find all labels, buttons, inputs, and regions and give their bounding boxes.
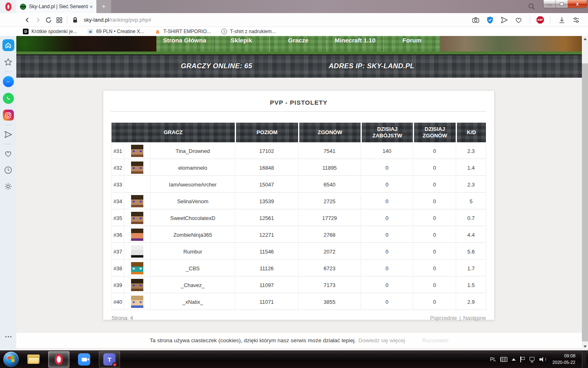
tray-expand-icon[interactable] — [512, 358, 516, 361]
teams-icon: T — [103, 353, 116, 366]
sidebar-divider — [4, 125, 12, 125]
toolbar-divider — [550, 16, 550, 24]
search-icon[interactable] — [528, 2, 536, 11]
scroll-down-icon[interactable] — [582, 343, 588, 350]
bookmark-item[interactable]: A T-shirt z nadrukiem... — [221, 29, 276, 34]
protection-shield-icon[interactable] — [485, 15, 495, 25]
instagram-icon[interactable] — [3, 110, 14, 121]
nav-item-sklepik[interactable]: Sklepik — [213, 36, 270, 52]
scrollbar-thumb[interactable] — [582, 63, 588, 341]
messenger-icon[interactable] — [3, 76, 14, 87]
pagination-separator: | — [459, 315, 461, 321]
reload-icon[interactable] — [43, 15, 54, 25]
whatsapp-icon[interactable] — [3, 93, 14, 104]
bookmarks-bar: D Krótkie spodenki je... ≋ 69 PLN • Crea… — [0, 27, 588, 36]
action-center-flag-icon[interactable] — [520, 357, 525, 362]
cookie-accept-button[interactable]: Rozumiem — [422, 337, 449, 343]
player-zgonow: 2072 — [298, 244, 361, 260]
speed-dial-icon[interactable] — [54, 15, 65, 25]
player-dzisiaj-zabojstw: 0 — [361, 227, 413, 243]
table-row: #34SelinaVenom135392725005 — [111, 193, 486, 209]
snapshot-camera-icon[interactable] — [470, 15, 481, 25]
player-name: SweetChocolatexD — [151, 210, 235, 226]
adblock-abp-icon[interactable]: ABP — [537, 16, 544, 24]
cookie-learn-more-link[interactable]: Dowiedz się więcej — [359, 337, 405, 343]
bookmarks-star-icon[interactable] — [3, 57, 13, 67]
minimize-button[interactable] — [543, 0, 556, 8]
keyboard-icon[interactable] — [500, 357, 508, 362]
player-avatar-image — [131, 279, 143, 291]
header-gracz: GRACZ — [111, 123, 235, 142]
taskbar-zoom-button[interactable] — [74, 351, 95, 368]
taskbar-opera-button[interactable] — [48, 351, 69, 368]
downloads-icon[interactable] — [557, 15, 567, 25]
player-avatar-image — [131, 145, 143, 157]
nav-item-minecraft[interactable]: Minecraft 1.10 — [327, 36, 383, 52]
opera-menu-button[interactable] — [0, 0, 16, 13]
taskbar-teams-button[interactable]: T — [99, 351, 120, 368]
site-banner: Strona Główna Sklepik Gracze Minecraft 1… — [16, 36, 582, 54]
player-dzisiaj-zabojstw: 0 — [361, 210, 413, 226]
player-zgonow: 2725 — [298, 193, 361, 209]
settings-gear-icon[interactable] — [3, 181, 13, 192]
forward-icon[interactable] — [33, 15, 43, 25]
ranking-rows: #31Tina_Drowned17102754114002.3#32elomam… — [111, 143, 486, 310]
bookmark-item[interactable]: a T-SHIRT EMPORIO... — [155, 29, 211, 34]
page-scrollbar[interactable] — [582, 36, 588, 350]
player-kd: 2.3 — [456, 143, 486, 159]
player-kd: 0.7 — [456, 210, 486, 226]
lock-icon[interactable] — [70, 15, 80, 25]
header-kd: K/D — [457, 123, 486, 142]
maximize-button[interactable] — [556, 0, 568, 8]
player-poziom: 13539 — [235, 193, 298, 209]
back-icon[interactable] — [22, 15, 33, 25]
bookmark-heart-icon[interactable] — [513, 15, 524, 25]
show-desktop-button[interactable] — [582, 351, 586, 368]
history-clock-icon[interactable] — [3, 165, 13, 175]
speed-dial-home-icon[interactable] — [2, 39, 14, 51]
close-button[interactable]: x — [568, 0, 587, 8]
scroll-up-icon[interactable] — [582, 36, 588, 42]
system-tray: PL 09:08 2020-05-22 — [490, 351, 588, 368]
table-row: #37Rumbur115462072005.6 — [111, 244, 486, 260]
player-avatar-image — [131, 195, 143, 207]
player-kd: 5 — [456, 193, 486, 209]
bookmark-label: T-shirt z nadrukiem... — [230, 29, 276, 34]
pagination-prev-link[interactable]: Poprzednie — [430, 315, 457, 321]
address-bar[interactable]: sky-land.pl/ranking/pvp.php# — [84, 17, 151, 23]
easy-setup-sliders-icon[interactable] — [571, 15, 581, 25]
browser-titlebar: Sky-Land.pl | Sieć Serwerów × + x — [0, 0, 588, 13]
pagination-next-link[interactable]: Następne — [463, 315, 486, 321]
browser-tab[interactable]: Sky-Land.pl | Sieć Serwerów × — [16, 0, 96, 13]
nav-item-gracze[interactable]: Gracze — [270, 36, 326, 52]
table-row: #38_CBS111266723001.7 — [111, 260, 486, 276]
tab-title: Sky-Land.pl | Sieć Serwerów — [29, 4, 88, 9]
windows-logo-icon — [8, 356, 15, 363]
player-rank: #33 — [112, 177, 124, 193]
sidebar-more-icon[interactable] — [0, 336, 16, 337]
network-icon[interactable] — [529, 357, 535, 362]
favorites-heart-icon[interactable] — [3, 148, 13, 159]
player-rank: #32 — [112, 160, 124, 176]
start-button[interactable] — [3, 352, 19, 367]
tab-close-icon[interactable]: × — [88, 4, 94, 10]
new-tab-button[interactable]: + — [96, 0, 111, 13]
bookmark-item[interactable]: ≋ 69 PLN • Creatine X... — [87, 29, 144, 34]
notification-dot — [112, 362, 117, 367]
tray-clock[interactable]: 09:08 2020-05-22 — [550, 353, 578, 366]
player-rank: #38 — [112, 260, 124, 276]
bookmark-favicon: A — [221, 29, 227, 34]
player-kd: 2.3 — [456, 177, 486, 193]
player-avatar — [124, 227, 151, 243]
my-flow-send-icon[interactable] — [499, 15, 510, 25]
my-flow-icon[interactable] — [3, 129, 13, 140]
language-indicator[interactable]: PL — [490, 357, 496, 362]
nav-item-strona-glowna[interactable]: Strona Główna — [156, 36, 213, 52]
player-dzisiaj-zgonow: 0 — [413, 210, 456, 226]
taskbar-explorer-button[interactable] — [23, 351, 44, 368]
nav-item-forum[interactable]: Forum — [383, 36, 440, 52]
volume-icon[interactable] — [539, 357, 546, 362]
bookmark-item[interactable]: D Krótkie spodenki je... — [23, 29, 77, 34]
server-info-bar: GRACZY ONLINE: 65 ADRES IP: SKY-LAND.PL — [16, 54, 582, 78]
player-avatar — [124, 244, 151, 260]
